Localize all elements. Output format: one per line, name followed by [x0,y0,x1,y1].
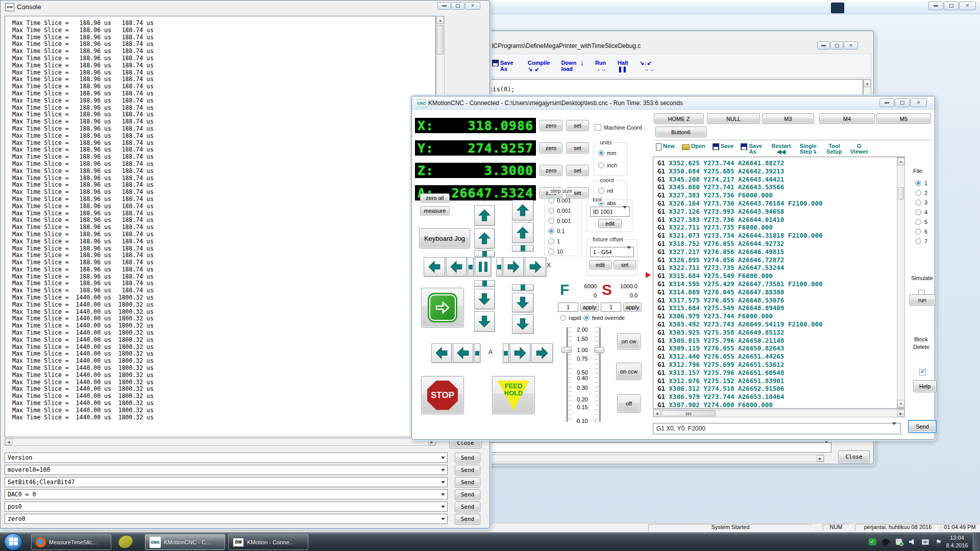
editor-download-button[interactable]: Down load↓ [561,60,584,72]
chevron-down-icon[interactable] [824,440,828,452]
coord-rel-radio[interactable] [598,188,604,194]
jog-y-down[interactable] [474,289,495,309]
scroll-down-icon[interactable]: ▼ [897,400,904,408]
jog-x-step-left[interactable] [468,257,474,277]
spindle-input[interactable]: 1 [601,303,621,312]
custom-button-home-z[interactable]: HOME Z [654,113,704,124]
scroll-left-icon[interactable]: ◀ [5,439,12,445]
stop-button[interactable]: STOP [421,376,464,414]
console-send-button[interactable]: Send [455,453,480,463]
jog-y-up-fast[interactable] [474,205,495,226]
console-send-button[interactable]: Send [455,514,480,524]
jog-a-step-right[interactable] [503,343,509,363]
scroll-up-icon[interactable]: ▲ [436,16,444,24]
jog-a-step-left[interactable] [474,343,480,363]
start-button[interactable] [4,533,22,550]
feedrate-apply-button[interactable]: apply [580,303,599,312]
leaf-icon[interactable] [117,534,134,550]
chevron-down-icon[interactable] [441,518,445,520]
units-inch-radio[interactable] [598,162,604,168]
mdi-combo[interactable]: G1 X0. Y0. F2000 [653,423,901,434]
tray-usb-icon[interactable] [894,538,903,546]
spindle-apply-button[interactable]: apply [623,303,642,312]
machine-coord-checkbox[interactable] [595,124,601,131]
editor-halt-button[interactable]: Halt❚❚ [618,60,628,72]
step-size-0.001-radio[interactable] [548,208,554,214]
fixture-select[interactable]: 1 - G54 [590,247,634,257]
maximize-icon[interactable] [451,2,464,10]
console-command-combo[interactable]: SetBit46;ClearBit47 [5,477,448,487]
file-1-radio[interactable] [915,180,921,186]
editor-compile-button[interactable]: Compile↘↙ [528,60,550,72]
scroll-up-icon[interactable]: ▲ [897,158,904,165]
tool-select[interactable]: ID 1001 [590,207,630,217]
taskbar-clock[interactable]: 13:04 8.4.2016 [942,534,972,549]
close-icon[interactable]: ✕ [959,2,976,10]
console-command-combo[interactable]: zero0 [5,514,448,524]
editor-command-combo[interactable] [486,442,831,453]
step-size-0.1-radio[interactable] [548,228,554,234]
zero-button[interactable]: zero [540,165,562,176]
show-desktop-button[interactable] [973,533,980,551]
custom-button-m3[interactable]: M3 [762,113,814,124]
measure-button[interactable]: measure [420,206,450,215]
jog-a-right[interactable] [510,343,530,363]
close-icon[interactable]: ✕ [465,2,480,10]
console-command-combo[interactable]: pos0 [5,502,448,512]
step-size-0.001-radio[interactable] [548,218,554,224]
close-icon[interactable]: ✕ [844,41,858,49]
spindle-off-button[interactable]: off [617,394,641,413]
step-size-0.001-radio[interactable] [548,197,554,204]
fixture-set-button[interactable]: set [614,260,636,269]
step-size-10-radio[interactable] [548,248,554,255]
feed-override-radio[interactable] [583,315,590,321]
block-delete-checkbox[interactable] [919,369,926,375]
spindle-on-ccw-button[interactable]: on ccw [616,363,642,380]
minimize-icon[interactable] [879,98,894,107]
file-3-radio[interactable] [915,199,921,206]
mdi-send-button[interactable]: Send [908,420,937,433]
jog-z-step-down[interactable] [512,284,533,291]
chevron-down-icon[interactable] [441,506,445,508]
units-mm-radio[interactable] [598,150,604,156]
console-send-button[interactable]: Send [455,489,480,500]
jog-a-left[interactable] [453,343,473,363]
rapid-radio[interactable] [560,315,566,321]
zero-button[interactable]: zero [540,120,562,131]
file-7-radio[interactable] [915,238,921,244]
go-button[interactable] [421,288,464,328]
editor-step-icon[interactable]: ↘↓↙→→ [640,60,655,72]
chevron-down-icon[interactable] [441,481,445,484]
console-send-button[interactable]: Send [455,477,480,488]
restore-icon[interactable] [895,98,910,107]
console-horizontal-scrollbar[interactable]: ◀ ▶ [5,438,436,446]
step-size-1-radio[interactable] [548,238,554,244]
feed-hold-button[interactable]: FEEDHOLD [492,376,535,414]
jog-pause[interactable] [475,257,491,277]
tray-speaker-icon[interactable] [908,538,917,546]
editor-close-button[interactable]: Close [838,450,870,463]
console-command-combo[interactable]: DAC0 = 0 [5,489,448,499]
custom-button-m5[interactable]: M5 [876,113,931,124]
run-button[interactable]: run [909,294,936,306]
gcode-vertical-scrollbar[interactable]: ▲ ▼ [897,157,905,408]
gcode-list[interactable]: G1 X352.625 Y273.744 A26641.88272G1 X350… [653,157,905,409]
minimize-icon[interactable] [928,2,943,10]
set-button[interactable]: set [566,142,589,154]
jog-a-left-fast[interactable] [431,343,452,363]
jog-y-step-up[interactable] [474,251,495,257]
scroll-up-icon[interactable]: ▲ [864,80,871,87]
chevron-down-icon[interactable] [441,457,445,459]
jog-y-down-fast[interactable] [474,311,495,332]
fixture-edit-button[interactable]: edit [589,260,611,269]
tool-edit-button[interactable]: edit [598,219,622,228]
file-4-radio[interactable] [915,209,921,215]
taskbar-item-kmotioncnc[interactable]: CNC KMotionCNC - C... [145,534,225,550]
console-send-button[interactable]: Send [455,465,480,475]
jog-z-up[interactable] [512,222,533,243]
editor-horizontal-scrollbar[interactable]: ▶ [486,455,824,462]
gcode-horizontal-scrollbar[interactable]: ◀ ▮▮▮ ▶ [653,409,905,417]
jog-y-step-down[interactable] [474,280,495,287]
button6[interactable]: Button6 [655,127,706,137]
keyboard-jog-button[interactable]: Keyboard Jog [419,228,470,248]
